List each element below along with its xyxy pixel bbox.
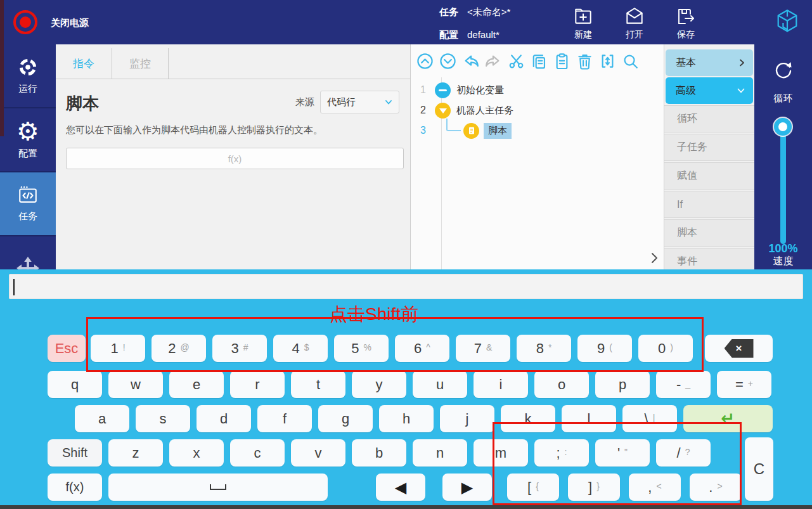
key-e[interactable]: e [169,371,224,398]
key-[[interactable]: [{ [507,474,559,501]
tree-row-label[interactable]: 机器人主任务 [456,105,513,117]
key-4[interactable]: 4$ [273,335,328,362]
key-space[interactable] [108,474,328,501]
key-h[interactable]: h [379,405,434,432]
new-task-button[interactable]: 新建 [561,6,605,41]
palette-group-basic[interactable]: 基本 [666,49,753,76]
scroll-up-icon[interactable] [416,52,434,70]
tree-row-label-selected[interactable]: 脚本 [484,123,512,139]
palette-item-if[interactable]: If [664,191,754,218]
key-f[interactable]: f [257,405,312,432]
key-2[interactable]: 2@ [151,335,206,362]
tree-row-init-vars[interactable]: 1 初始化变量 [411,80,664,100]
key-u[interactable]: u [413,371,467,398]
speed-slider-thumb[interactable] [774,118,792,136]
key-8[interactable]: 8* [517,335,571,362]
key-r[interactable]: r [230,371,285,398]
key-m[interactable]: m [474,439,528,467]
minus-circle-icon[interactable] [435,82,451,98]
key-,[interactable]: ,< [629,474,681,501]
key-esc[interactable]: Esc [48,335,86,362]
key-backspace[interactable]: × [705,335,773,362]
key-7[interactable]: 7& [456,335,510,362]
key-enter[interactable]: ↵ [683,405,773,432]
key-9[interactable]: 9( [577,335,632,362]
key-=[interactable]: =+ [717,371,771,398]
key-][interactable]: ]} [568,474,620,501]
key-s[interactable]: s [136,405,190,432]
delete-icon[interactable] [576,52,594,70]
key-w[interactable]: w [108,371,163,398]
key-main-label: p [619,377,626,393]
collapse-triangle-icon[interactable] [435,103,451,119]
key-p[interactable]: p [595,371,650,398]
scroll-down-icon[interactable] [439,52,457,70]
panel-expand-chevron-icon[interactable] [650,252,659,267]
tab-command[interactable]: 指令 [56,48,112,79]
key-x[interactable]: x [169,439,224,467]
key-t[interactable]: t [291,371,345,398]
palette-item-assignment[interactable]: 赋值 [664,162,754,190]
tab-monitor[interactable]: 监控 [112,48,169,79]
tree-row-script[interactable]: 3 脚本 [411,120,664,141]
key-6[interactable]: 6^ [395,335,449,362]
sidebar-item-config[interactable]: ⚙ 配置 [0,108,56,172]
speed-sidebar: 循环 100% 速度 [754,44,812,269]
sidebar-item-task[interactable]: 任务 [0,172,56,236]
key-shift[interactable]: Shift [48,439,102,467]
key--[interactable]: -_ [656,371,711,398]
cut-icon[interactable] [507,52,525,70]
speed-slider-track[interactable] [780,124,786,244]
key-z[interactable]: z [108,439,163,467]
key-o[interactable]: o [534,371,589,398]
key-main-label: y [376,377,383,393]
key-arrow-left[interactable]: ◀ [376,474,425,501]
power-button[interactable] [13,10,37,34]
key-j[interactable]: j [440,405,494,432]
key-n[interactable]: n [413,439,467,467]
key-3[interactable]: 3# [212,335,267,362]
key-g[interactable]: g [318,405,373,432]
key-k[interactable]: k [501,405,555,432]
keyboard-text-input[interactable] [9,274,803,299]
open-task-button[interactable]: 打开 [612,6,657,41]
palette-item-loop[interactable]: 循环 [664,105,754,132]
paste-icon[interactable] [553,52,571,70]
redo-icon[interactable] [484,52,503,70]
key-;[interactable]: ;: [534,439,589,467]
source-dropdown[interactable]: 代码行 [320,91,399,113]
palette-item-subtask[interactable]: 子任务 [664,134,754,161]
key-'[interactable]: '" [595,439,650,467]
key-i[interactable]: i [474,371,528,398]
key-fx[interactable]: f(x) [48,474,102,501]
insert-icon[interactable] [598,52,617,70]
tree-row-label[interactable]: 初始化变量 [456,84,504,96]
script-expression-input[interactable]: f(x) [66,148,404,169]
key-5[interactable]: 5% [334,335,389,362]
tree-row-main-task[interactable]: 2 机器人主任务 [411,100,664,120]
key-a[interactable]: a [75,405,129,432]
save-task-button[interactable]: 保存 [664,6,708,41]
key-1[interactable]: 1! [91,335,145,362]
key-/[interactable]: /? [656,439,711,467]
search-icon[interactable] [621,52,640,70]
sidebar-item-run[interactable]: 运行 [0,44,56,108]
key-arrow-right[interactable]: ▶ [442,474,492,501]
key-0[interactable]: 0) [638,335,693,362]
undo-icon[interactable] [461,52,480,70]
copy-icon[interactable] [530,52,548,70]
script-node-icon[interactable] [463,123,479,139]
key-.[interactable]: .> [690,474,742,501]
key-v[interactable]: v [291,439,345,467]
key-l[interactable]: l [562,405,616,432]
key-q[interactable]: q [48,371,102,398]
key-b[interactable]: b [352,439,406,467]
palette-item-script[interactable]: 脚本 [664,219,754,247]
loop-mode-label[interactable]: 循环 [754,93,812,105]
key-c[interactable]: C [745,437,773,501]
key-\[interactable]: \| [622,405,677,432]
key-y[interactable]: y [352,371,406,398]
key-d[interactable]: d [197,405,251,432]
palette-group-advanced[interactable]: 高级 [666,77,753,104]
key-c[interactable]: c [230,439,285,467]
